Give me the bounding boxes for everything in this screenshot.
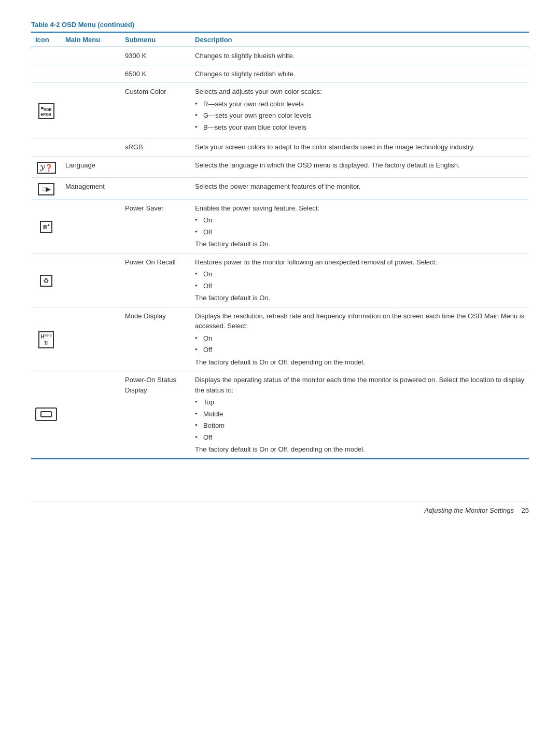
row-description: Selects and adjusts your own color scale… <box>191 83 529 138</box>
power-saver-icon: ≣+ <box>40 221 52 233</box>
table-header-row: Icon Main Menu Submenu Description <box>31 32 529 47</box>
list-item: On <box>195 215 525 226</box>
list-item: Off <box>195 227 525 237</box>
row-description: Sets your screen colors to adapt to the … <box>191 138 529 157</box>
page-number: 25 <box>522 507 529 514</box>
header-description: Description <box>191 32 529 47</box>
caption-label: Table 4-2 <box>31 21 60 29</box>
list-item: Top <box>195 397 525 407</box>
row-description: Selects the language in which the OSD me… <box>191 156 529 178</box>
row-submenu: Mode Display <box>121 307 191 371</box>
row-main-menu: Management <box>61 178 121 200</box>
row-main-menu <box>61 307 121 371</box>
header-main-menu: Main Menu <box>61 32 121 47</box>
table-row: 9300 K Changes to slightly blueish white… <box>31 47 529 65</box>
table-row: ♻ Power On Recall Restores power to the … <box>31 253 529 307</box>
rgb-icon: ■RGB ■RGB <box>38 103 54 119</box>
list-item: Off <box>195 432 525 443</box>
list-item: Middle <box>195 409 525 419</box>
table-row: 6500 K Changes to slightly reddish white… <box>31 65 529 83</box>
row-icon-cell <box>31 371 61 459</box>
row-submenu <box>121 156 191 178</box>
table-row: ≡▶ Management Selects the power manageme… <box>31 178 529 200</box>
power-on-status-icon <box>35 407 57 421</box>
list-item: Off <box>195 281 525 291</box>
row-submenu: Power On Recall <box>121 253 191 307</box>
row-icon-cell: ♻ <box>31 253 61 307</box>
page-footer: Adjusting the Monitor Settings 25 <box>31 501 529 514</box>
row-main-menu <box>61 65 121 83</box>
row-description: Displays the resolution, refresh rate an… <box>191 307 529 371</box>
row-icon-cell: ■RGB ■RGB <box>31 83 61 138</box>
header-icon: Icon <box>31 32 61 47</box>
list-item: On <box>195 269 525 279</box>
list-item: G—sets your own green color levels <box>195 110 525 121</box>
row-description: Changes to slightly blueish white. <box>191 47 529 65</box>
row-icon-cell <box>31 138 61 157</box>
row-main-menu <box>61 199 121 253</box>
list-item: Bottom <box>195 420 525 431</box>
row-icon-cell: ≣+ <box>31 199 61 253</box>
row-icon-cell: H99.9⁈ <box>31 307 61 371</box>
row-main-menu <box>61 138 121 157</box>
osd-menu-table: Icon Main Menu Submenu Description 9300 … <box>31 32 529 459</box>
header-submenu: Submenu <box>121 32 191 47</box>
row-submenu: 6500 K <box>121 65 191 83</box>
row-main-menu <box>61 83 121 138</box>
row-icon-cell <box>31 65 61 83</box>
footer-text: Adjusting the Monitor Settings <box>424 507 514 514</box>
table-row: ≣+ Power Saver Enables the power saving … <box>31 199 529 253</box>
table-row: Power-On Status Display Displays the ope… <box>31 371 529 459</box>
row-submenu: sRGB <box>121 138 191 157</box>
list-item: Off <box>195 345 525 355</box>
row-icon-cell <box>31 47 61 65</box>
row-description: Selects the power management features of… <box>191 178 529 200</box>
row-main-menu <box>61 253 121 307</box>
row-main-menu <box>61 47 121 65</box>
table-row: H99.9⁈ Mode Display Displays the resolut… <box>31 307 529 371</box>
row-submenu <box>121 178 191 200</box>
mode-display-icon: H99.9⁈ <box>38 331 54 348</box>
list-item: B—sets your own blue color levels <box>195 122 525 133</box>
caption-suffix: OSD Menu (continued) <box>60 21 134 29</box>
table-row: ■RGB ■RGB Custom Color Selects and adjus… <box>31 83 529 138</box>
management-icon: ≡▶ <box>38 183 54 195</box>
row-description: Restores power to the monitor following … <box>191 253 529 307</box>
row-submenu: Power-On Status Display <box>121 371 191 459</box>
row-description: Displays the operating status of the mon… <box>191 371 529 459</box>
list-item: On <box>195 333 525 344</box>
power-on-recall-icon: ♻ <box>40 275 52 287</box>
row-description: Enables the power saving feature. Select… <box>191 199 529 253</box>
row-submenu: Custom Color <box>121 83 191 138</box>
row-main-menu: Language <box>61 156 121 178</box>
row-main-menu <box>61 371 121 459</box>
row-submenu: Power Saver <box>121 199 191 253</box>
row-description: Changes to slightly reddish white. <box>191 65 529 83</box>
row-submenu: 9300 K <box>121 47 191 65</box>
table-caption: Table 4-2 OSD Menu (continued) <box>31 21 529 29</box>
row-icon-cell: 𝓨❓ <box>31 156 61 178</box>
row-icon-cell: ≡▶ <box>31 178 61 200</box>
table-row: sRGB Sets your screen colors to adapt to… <box>31 138 529 157</box>
table-row: 𝓨❓ Language Selects the language in whic… <box>31 156 529 178</box>
list-item: R—sets your own red color levels <box>195 99 525 109</box>
language-icon: 𝓨❓ <box>37 162 56 174</box>
